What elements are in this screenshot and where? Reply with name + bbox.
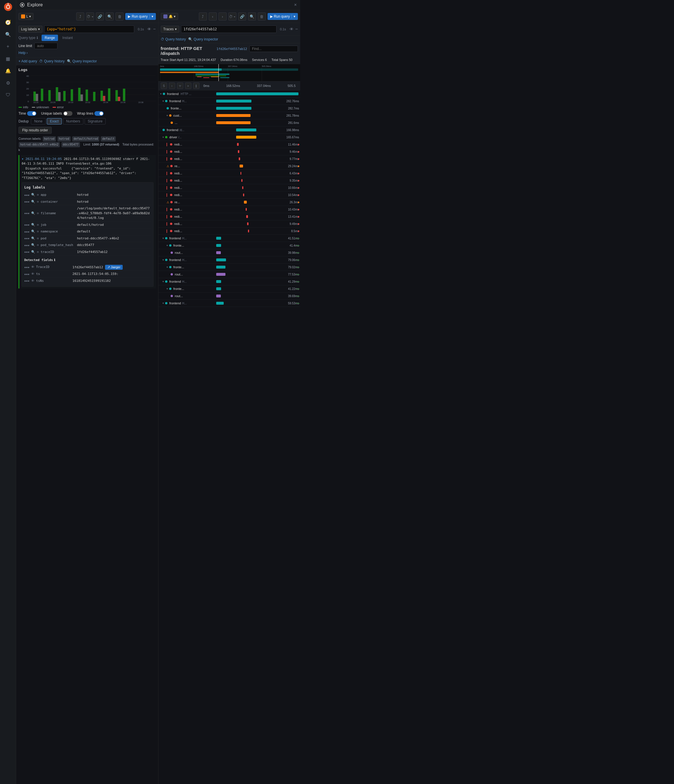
label-search-8[interactable]: 🔍 [31, 250, 35, 255]
right-run-dropdown[interactable]: ▾ [292, 14, 295, 19]
left-datasource-btn[interactable]: L ▾ [19, 13, 34, 20]
label-filter-5[interactable]: ⊖ [37, 229, 39, 234]
sidebar-item-alerts[interactable]: 🔔 [3, 65, 13, 76]
label-filter-4[interactable]: ⊖ [37, 222, 39, 227]
trace-pause-btn[interactable]: ‖ [193, 82, 199, 89]
trace-row-chevron[interactable]: ▾ [163, 237, 164, 240]
trace-row-chevron[interactable]: ▾ [166, 266, 168, 269]
left-log-labels-btn[interactable]: Log labels ▾ [19, 26, 42, 33]
dedup-numbers-btn[interactable]: Numbers [63, 118, 84, 124]
detected-eye-2[interactable]: 👁 [31, 272, 34, 277]
right-traces-btn[interactable]: Traces ▾ [161, 26, 179, 33]
detected-eye-1[interactable]: 👁 [31, 265, 34, 270]
sidebar-item-explore[interactable]: 🧭 [3, 17, 13, 28]
label-search-2[interactable]: 🔍 [31, 199, 35, 204]
unique-labels-toggle[interactable] [63, 111, 73, 116]
trace-row-chevron[interactable]: ▾ [166, 244, 168, 247]
trace-bar-col: 281.6ms [216, 120, 300, 126]
right-nav-prev-btn[interactable]: ‹ [209, 12, 217, 20]
line-limit-input[interactable] [34, 43, 57, 49]
sidebar-item-add[interactable]: + [3, 41, 13, 52]
trace-expand-btn[interactable]: › [169, 82, 175, 89]
trace-row-chevron[interactable]: ▾ [163, 302, 164, 305]
right-query-inspector-btn[interactable]: 🔍 Query inspector [188, 37, 218, 41]
jaeger-btn[interactable]: ↗ Jaeger [105, 265, 123, 270]
label-filter-1[interactable]: ⊖ [37, 193, 39, 198]
label-filter-3[interactable]: ⊖ [37, 211, 39, 216]
left-add-query-btn[interactable]: + Add query [19, 59, 37, 63]
trace-span-bar [216, 287, 221, 290]
trace-collapse-s-btn[interactable]: S [161, 82, 167, 89]
range-radio-btn[interactable]: Range [42, 35, 58, 41]
trace-row-chevron[interactable]: ▾ [163, 136, 164, 138]
time-mark-168: 168.52ms [226, 84, 240, 87]
left-run-dropdown[interactable]: ▾ [149, 14, 153, 19]
right-datasource-btn[interactable]: 🔔 ▾ [161, 13, 178, 20]
trace-controls: S › ⩔ » ‖ 0ms 168.52ms 337.04ms 505.5 [158, 81, 300, 90]
label-search-5[interactable]: 🔍 [31, 229, 35, 234]
trace-row-chevron[interactable]: ▾ [163, 100, 164, 103]
sidebar-item-shield[interactable]: 🛡 [3, 90, 13, 100]
wrap-lines-toggle[interactable] [95, 111, 104, 116]
trace-row-chevron[interactable]: ▾ [163, 258, 164, 261]
left-share-btn[interactable]: ⤴ [76, 12, 84, 20]
left-query-input[interactable] [44, 25, 135, 33]
label-search-6[interactable]: 🔍 [31, 236, 35, 241]
trace-row-chevron[interactable]: ▾ [166, 287, 168, 290]
instant-radio-btn[interactable]: Instant [59, 35, 76, 41]
trace-name-redis-17: ▎ redi... [158, 214, 216, 219]
left-zoom-btn[interactable]: 🔍 [106, 12, 114, 20]
right-zoom-btn[interactable]: 🔍 [248, 12, 256, 20]
left-run-btn[interactable]: ▶ Run query ▾ [125, 13, 155, 20]
label-filter-8[interactable]: ⊖ [37, 250, 39, 255]
trace-bar-col: 41.51ms — [216, 235, 300, 241]
label-search-4[interactable]: 🔍 [31, 222, 35, 227]
sidebar-item-search[interactable]: 🔍 [3, 29, 13, 40]
dedup-exact-btn[interactable]: Exact [47, 118, 62, 124]
right-time-btn[interactable]: ⏱ ▾ [228, 12, 236, 20]
right-nav-next-btn[interactable]: › [219, 12, 227, 20]
sidebar-item-settings[interactable]: ⚙ [3, 78, 13, 88]
left-link-btn[interactable]: 🔗 [96, 12, 104, 20]
left-eye-btn[interactable]: 👁 [147, 27, 151, 31]
left-query-inspector-btn[interactable]: 🔍 Query inspector [67, 59, 97, 63]
log-entry-expand[interactable]: ▾ [22, 157, 24, 161]
help-btn[interactable]: Help › [19, 51, 156, 55]
right-minus-btn[interactable]: − [295, 26, 298, 32]
trace-row-chevron[interactable]: ▾ [166, 114, 168, 117]
time-toggle[interactable] [27, 111, 36, 116]
dedup-signature-btn[interactable]: Signature [85, 118, 106, 124]
right-run-btn[interactable]: ▶ Run query ▾ [267, 13, 298, 20]
label-filter-6[interactable]: ⊖ [37, 236, 39, 241]
trace-expand-all-btn[interactable]: » [185, 82, 191, 89]
flip-results-btn[interactable]: Flip results order [19, 127, 52, 134]
right-link-btn[interactable]: 🔗 [238, 12, 246, 20]
trace-collapse-all-btn[interactable]: ⩔ [177, 82, 183, 89]
label-search-7[interactable]: 🔍 [31, 243, 35, 248]
label-search-1[interactable]: 🔍 [31, 193, 35, 198]
trace-row-chevron[interactable]: ▾ [163, 280, 164, 283]
right-share-btn[interactable]: ⤴ [199, 12, 207, 20]
trace-find-input[interactable] [249, 46, 298, 52]
right-eye-btn[interactable]: 👁 [289, 27, 294, 31]
error-dot: ● [298, 222, 300, 226]
detected-eye-3[interactable]: 👁 [31, 278, 34, 283]
right-trash-btn[interactable]: 🗑 [258, 12, 266, 20]
trace-row-chevron[interactable]: ▾ [160, 92, 162, 95]
left-minus-btn[interactable]: − [153, 26, 155, 32]
sidebar: 🧭 🔍 + ▦ 🔔 ⚙ 🛡 [0, 0, 16, 784]
left-time-btn[interactable]: ⏱ ▾ [86, 12, 94, 20]
trace-span-bar [239, 165, 243, 168]
close-button[interactable]: × [294, 2, 297, 8]
left-query-history-btn[interactable]: ⏱ Query history [39, 59, 64, 63]
label-search-3[interactable]: 🔍 [31, 211, 35, 216]
left-trash-btn[interactable]: 🗑 [115, 12, 124, 20]
sidebar-item-dashboards[interactable]: ▦ [3, 53, 13, 64]
right-query-input[interactable] [181, 25, 276, 33]
trace-bar-col: 10.54ms ● [216, 192, 300, 198]
svg-point-4 [21, 4, 23, 6]
dedup-none-btn[interactable]: None [31, 118, 46, 124]
right-query-history-btn[interactable]: ⏱ Query history [161, 37, 186, 41]
label-filter-2[interactable]: ⊖ [37, 199, 39, 204]
label-filter-7[interactable]: ⊖ [37, 243, 39, 248]
